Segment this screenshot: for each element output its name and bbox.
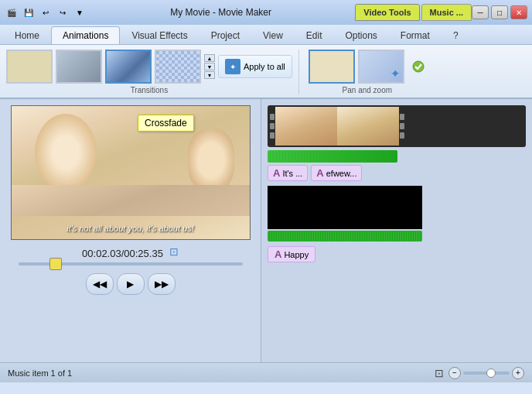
bottom-audio <box>268 231 422 242</box>
film-holes-left <box>269 107 275 146</box>
panzoom-items: ✦ <box>309 50 426 84</box>
timecode-display: 00:02.03/00:25.35 <box>82 248 163 259</box>
panzoom-zoom[interactable]: ✦ <box>358 50 404 84</box>
tab-animations[interactable]: Animations <box>51 26 120 44</box>
svg-point-0 <box>413 61 424 72</box>
zoom-in-button[interactable]: + <box>512 367 524 379</box>
crossfade-tooltip: Crossfade <box>138 115 194 132</box>
transition-none[interactable] <box>6 50 53 84</box>
film-holes-right <box>399 107 405 146</box>
status-right: ⊡ − + <box>435 367 524 379</box>
video-tools-tab[interactable]: Video Tools <box>355 4 419 21</box>
prev-button[interactable]: ◀◀ <box>86 273 114 295</box>
caption-item-1[interactable]: A It's ... <box>268 165 308 181</box>
ribbon-tabs: Home Animations Visual Effects Project V… <box>0 25 532 45</box>
audio-bar-top <box>268 150 397 163</box>
film-frame-content-1 <box>275 107 337 146</box>
music-tab[interactable]: Music ... <box>421 4 472 21</box>
scroll-more-arrow[interactable]: ▾ <box>204 71 215 79</box>
qa-dropdown[interactable]: ▼ <box>73 6 87 19</box>
black-video-block[interactable] <box>268 186 422 229</box>
zoom-controls: − + <box>448 367 524 379</box>
panzoom-group: ✦ Pan and zoom <box>305 50 432 94</box>
undo-btn[interactable]: ↩ <box>39 6 53 19</box>
scroll-down-arrow[interactable]: ▼ <box>204 63 215 70</box>
transitions-group: ▲ ▼ ▾ ✦ Apply to all Transitions <box>6 50 299 94</box>
film-frame-2[interactable] <box>337 107 399 146</box>
monitor-icon[interactable]: ⊡ <box>435 367 444 379</box>
seek-bar[interactable] <box>19 262 243 266</box>
seek-thumb[interactable] <box>49 258 62 270</box>
save-btn[interactable]: 💾 <box>22 6 36 19</box>
apply-icon: ✦ <box>225 59 240 74</box>
caption-row: A It's ... A efwew... <box>268 165 526 181</box>
film-frame-1[interactable] <box>275 107 337 146</box>
preview-caption: it's not all about you, it's about us! <box>12 224 250 233</box>
play-button[interactable]: ▶ <box>117 273 145 295</box>
film-perf <box>270 123 275 129</box>
film-perf <box>270 132 275 139</box>
window-title: My Movie - Movie Maker <box>87 7 355 18</box>
tab-view[interactable]: View <box>251 26 295 44</box>
maximize-button[interactable]: □ <box>491 5 508 19</box>
film-perf <box>400 114 404 120</box>
next-icon: ▶▶ <box>155 279 169 290</box>
tab-edit[interactable]: Edit <box>295 26 334 44</box>
zoom-slider[interactable] <box>463 372 510 375</box>
apply-label: Apply to all <box>244 62 285 71</box>
scroll-up-arrow[interactable]: ▲ <box>204 54 215 62</box>
caption-text-1: It's ... <box>282 169 302 178</box>
filmstrip <box>268 105 526 147</box>
transition-gray[interactable] <box>56 50 102 84</box>
happy-text: Happy <box>284 250 309 259</box>
transition-crossfade[interactable] <box>105 50 152 84</box>
tab-visual-effects[interactable]: Visual Effects <box>120 26 199 44</box>
panzoom-label: Pan and zoom <box>343 86 393 94</box>
film-frame-content-2 <box>337 107 399 146</box>
transition-checker[interactable] <box>155 50 201 84</box>
film-perf <box>400 123 404 129</box>
caption-text-2: efwew... <box>326 169 357 178</box>
transitions-label: Transitions <box>131 86 169 94</box>
audio-bar-bottom <box>268 231 422 242</box>
caption-a-icon-1: A <box>273 167 280 179</box>
preview-panel: it's not all about you, it's about us! 0… <box>0 99 261 362</box>
timeline-panel: A It's ... A efwew... A Happy <box>261 99 532 362</box>
tab-home[interactable]: Home <box>3 26 51 44</box>
panzoom-none[interactable] <box>309 50 355 84</box>
film-perf <box>400 132 404 139</box>
caption-item-2[interactable]: A efwew... <box>311 165 362 181</box>
apply-to-all-button[interactable]: ✦ Apply to all <box>218 55 292 78</box>
close-button[interactable]: ✕ <box>510 5 527 19</box>
play-icon: ▶ <box>127 279 134 290</box>
tooltip-text: Crossfade <box>145 118 187 128</box>
statusbar: Music item 1 of 1 ⊡ − + <box>0 362 532 382</box>
prev-icon: ◀◀ <box>93 279 107 290</box>
caption-a-icon-2: A <box>316 167 323 179</box>
expand-icon[interactable]: ⊡ <box>169 245 179 258</box>
film-perf <box>270 114 275 120</box>
status-text: Music item 1 of 1 <box>8 368 72 378</box>
transition-scroll: ▲ ▼ ▾ <box>204 54 215 79</box>
next-button[interactable]: ▶▶ <box>148 273 176 295</box>
titlebar-left: 🎬 💾 ↩ ↪ ▼ <box>5 6 87 19</box>
transport-controls: ◀◀ ▶ ▶▶ <box>86 273 176 295</box>
context-tabs: Video Tools Music ... <box>355 4 472 21</box>
preview-video: it's not all about you, it's about us! <box>11 105 251 240</box>
check-icon <box>411 59 426 74</box>
tab-format[interactable]: Format <box>389 26 442 44</box>
zoom-out-button[interactable]: − <box>448 367 461 379</box>
transition-items: ▲ ▼ ▾ ✦ Apply to all <box>6 50 292 84</box>
tab-options[interactable]: Options <box>334 26 389 44</box>
app-icon: 🎬 <box>5 6 19 19</box>
happy-caption[interactable]: A Happy <box>268 246 315 262</box>
titlebar: 🎬 💾 ↩ ↪ ▼ My Movie - Movie Maker Video T… <box>0 0 532 25</box>
tab-help[interactable]: ? <box>442 26 470 44</box>
window-controls: ─ □ ✕ <box>472 5 527 19</box>
happy-a-icon: A <box>275 248 281 260</box>
zoom-thumb[interactable] <box>486 368 496 378</box>
tab-project[interactable]: Project <box>200 26 251 44</box>
minimize-button[interactable]: ─ <box>472 5 489 19</box>
timecode-row: 00:02.03/00:25.35 ⊡ <box>82 243 179 259</box>
redo-btn[interactable]: ↪ <box>56 6 70 19</box>
